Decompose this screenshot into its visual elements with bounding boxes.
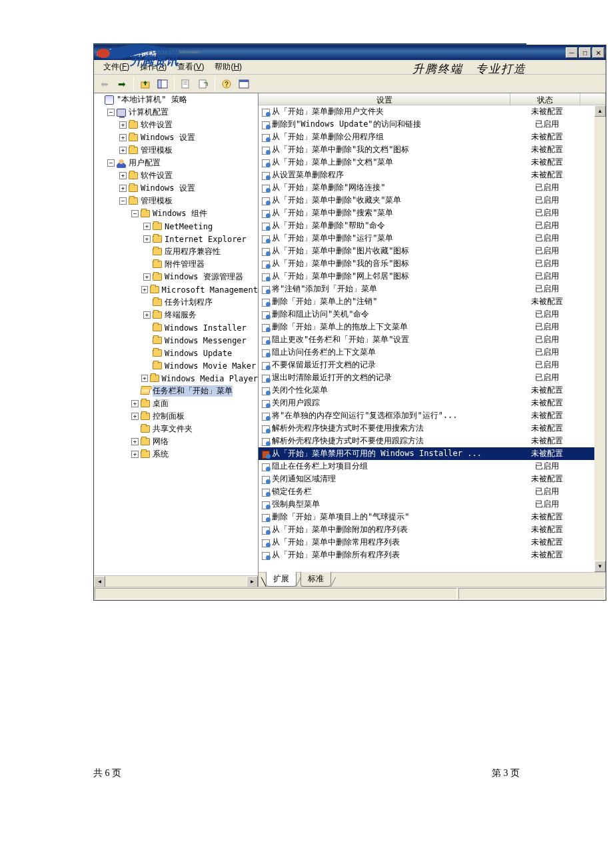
tree-expander[interactable]: + bbox=[143, 311, 151, 319]
setting-row[interactable]: 从「开始」菜单禁用不可用的 Windows Installer ...未被配置 bbox=[259, 447, 606, 460]
tree-item[interactable]: 附件管理器 bbox=[94, 258, 258, 271]
horizontal-scrollbar[interactable]: ◄ ► bbox=[94, 575, 258, 587]
tree-item[interactable]: −Windows 组件 bbox=[94, 207, 258, 220]
setting-row[interactable]: 解析外壳程序快捷方式时不要使用搜索方法未被配置 bbox=[259, 422, 606, 435]
setting-row[interactable]: 不要保留最近打开文档的记录已启用 bbox=[259, 359, 606, 371]
setting-row[interactable]: 删除「开始」菜单项目上的"气球提示"未被配置 bbox=[259, 511, 606, 523]
tree-item[interactable]: +终端服务 bbox=[94, 309, 258, 321]
setting-row[interactable]: 强制典型菜单已启用 bbox=[259, 498, 606, 511]
setting-row[interactable]: 删除和阻止访问"关机"命令已启用 bbox=[259, 308, 606, 321]
tree-item[interactable]: −计算机配置 bbox=[94, 106, 258, 119]
tree-expander[interactable]: + bbox=[143, 235, 151, 243]
setting-row[interactable]: 将"注销"添加到「开始」菜单已启用 bbox=[259, 283, 606, 295]
tree-item[interactable]: +Windows 设置 bbox=[94, 131, 258, 144]
tree-expander[interactable]: + bbox=[119, 172, 127, 179]
tree-expander[interactable]: + bbox=[131, 413, 139, 420]
properties-button[interactable] bbox=[178, 76, 194, 92]
setting-row[interactable]: 关闭通知区域清理未被配置 bbox=[259, 473, 606, 485]
vertical-scrollbar[interactable]: ▲ ▼ bbox=[594, 105, 606, 572]
tree-expander[interactable]: + bbox=[143, 273, 151, 281]
setting-row[interactable]: 解析外壳程序快捷方式时不要使用跟踪方法未被配置 bbox=[259, 435, 606, 447]
setting-row[interactable]: 从「开始」菜单中删除所有程序列表未被配置 bbox=[259, 549, 606, 561]
tree-expander[interactable]: + bbox=[119, 147, 127, 154]
setting-row[interactable]: 退出时清除最近打开的文档的记录已启用 bbox=[259, 371, 606, 384]
setting-row[interactable]: 删除「开始」菜单上的"注销"未被配置 bbox=[259, 295, 606, 308]
tree-item[interactable]: Windows Installer bbox=[94, 321, 258, 334]
tree-item[interactable]: Windows Messenger bbox=[94, 334, 258, 347]
setting-row[interactable]: 阻止更改"任务栏和「开始」菜单"设置已启用 bbox=[259, 333, 606, 346]
tree-expander[interactable]: + bbox=[131, 400, 139, 407]
export-button[interactable] bbox=[195, 76, 211, 92]
tree-expander[interactable]: + bbox=[141, 286, 149, 293]
close-button[interactable]: ✕ bbox=[592, 47, 604, 58]
tree-expander[interactable]: − bbox=[131, 210, 139, 217]
setting-row[interactable]: 从「开始」菜单中删除"图片收藏"图标已启用 bbox=[259, 245, 606, 257]
up-button[interactable] bbox=[137, 76, 153, 92]
show-hide-tree-button[interactable] bbox=[155, 76, 171, 92]
setting-row[interactable]: 从「开始」菜单中删除常用程序列表未被配置 bbox=[259, 536, 606, 549]
minimize-button[interactable]: ─ bbox=[566, 47, 578, 58]
setting-row[interactable]: 从「开始」菜单中删除"运行"菜单已启用 bbox=[259, 232, 606, 245]
setting-row[interactable]: 从「开始」菜单中删除附加的程序列表未被配置 bbox=[259, 523, 606, 536]
scroll-up-button[interactable]: ▲ bbox=[594, 105, 606, 117]
setting-row[interactable]: 阻止访问任务栏的上下文菜单已启用 bbox=[259, 346, 606, 359]
tree-item[interactable]: −用户配置 bbox=[94, 157, 258, 169]
help-button[interactable]: ? bbox=[219, 76, 235, 92]
tab-standard[interactable]: 标准 bbox=[301, 572, 331, 587]
tree-item[interactable]: +Windows Media Player bbox=[94, 372, 258, 385]
tree-item[interactable]: +桌面 bbox=[94, 397, 258, 410]
setting-row[interactable]: 关闭个性化菜单未被配置 bbox=[259, 384, 606, 397]
setting-row[interactable]: 从「开始」菜单中删除"网上邻居"图标已启用 bbox=[259, 270, 606, 283]
tab-extended[interactable]: 扩展 bbox=[266, 572, 297, 587]
filter-button[interactable] bbox=[236, 76, 252, 92]
setting-row[interactable]: 从「开始」菜单上删除"文档"菜单未被配置 bbox=[259, 156, 606, 169]
tree-item[interactable]: +控制面板 bbox=[94, 410, 258, 423]
tree-expander[interactable]: − bbox=[119, 197, 127, 205]
tree-item[interactable]: "本地计算机" 策略 bbox=[94, 93, 258, 106]
back-button[interactable]: ⬅ bbox=[97, 76, 113, 92]
scroll-left-button[interactable]: ◄ bbox=[94, 576, 105, 587]
setting-row[interactable]: 将"在单独的内存空间运行"复选框添加到"运行"...未被配置 bbox=[259, 409, 606, 422]
setting-row[interactable]: 从「开始」菜单中删除"我的音乐"图标已启用 bbox=[259, 257, 606, 270]
tree-expander[interactable]: − bbox=[107, 109, 115, 116]
tree-item[interactable]: Windows Update bbox=[94, 347, 258, 359]
tree-expander[interactable]: + bbox=[131, 438, 139, 445]
setting-row[interactable]: 从「开始」菜单中删除"搜索"菜单已启用 bbox=[259, 207, 606, 219]
tree-expander[interactable]: + bbox=[141, 375, 149, 382]
setting-row[interactable]: 从「开始」菜单中删除"我的文档"图标未被配置 bbox=[259, 143, 606, 156]
column-state[interactable]: 状态 bbox=[510, 93, 580, 105]
setting-row[interactable]: 锁定任务栏已启用 bbox=[259, 485, 606, 498]
tree-item[interactable]: +系统 bbox=[94, 448, 258, 461]
tree-item[interactable]: 共享文件夹 bbox=[94, 423, 258, 435]
setting-row[interactable]: 关闭用户跟踪未被配置 bbox=[259, 397, 606, 409]
column-setting[interactable]: 设置 bbox=[259, 93, 510, 105]
tree-expander[interactable]: + bbox=[119, 185, 127, 192]
setting-row[interactable]: 从设置菜单删除程序未被配置 bbox=[259, 169, 606, 181]
tree-item[interactable]: +软件设置 bbox=[94, 119, 258, 131]
tree-item[interactable]: +Windows 资源管理器 bbox=[94, 271, 258, 283]
setting-row[interactable]: 删除「开始」菜单上的拖放上下文菜单已启用 bbox=[259, 321, 606, 333]
tree-item[interactable]: 任务计划程序 bbox=[94, 296, 258, 309]
tree-item[interactable]: +NetMeeting bbox=[94, 220, 258, 233]
tree-expander[interactable]: + bbox=[119, 134, 127, 141]
setting-row[interactable]: 从「开始」菜单删除用户文件夹未被配置 bbox=[259, 105, 606, 118]
tree-item[interactable]: +Internet Explorer bbox=[94, 233, 258, 245]
tree-item[interactable]: 任务栏和「开始」菜单 bbox=[94, 385, 258, 397]
setting-row[interactable]: 从「开始」菜单删除"网络连接"已启用 bbox=[259, 181, 606, 194]
setting-row[interactable]: 阻止在任务栏上对项目分组已启用 bbox=[259, 460, 606, 473]
tree-item[interactable]: +Microsoft Management bbox=[94, 283, 258, 296]
maximize-button[interactable]: □ bbox=[579, 47, 591, 58]
tree-item[interactable]: +网络 bbox=[94, 435, 258, 448]
tree-item[interactable]: +软件设置 bbox=[94, 169, 258, 182]
tree-expander[interactable]: − bbox=[107, 159, 115, 167]
tree-item[interactable]: +管理模板 bbox=[94, 144, 258, 157]
scroll-down-button[interactable]: ▼ bbox=[594, 561, 606, 572]
setting-row[interactable]: 从「开始」菜单删除"帮助"命令已启用 bbox=[259, 219, 606, 232]
setting-row[interactable]: 从「开始」菜单中删除"收藏夹"菜单已启用 bbox=[259, 194, 606, 207]
tree-expander[interactable]: + bbox=[143, 223, 151, 230]
tree-item[interactable]: 应用程序兼容性 bbox=[94, 245, 258, 258]
setting-row[interactable]: 删除到"Windows Update"的访问和链接已启用 bbox=[259, 118, 606, 131]
tree-item[interactable]: +Windows 设置 bbox=[94, 182, 258, 195]
setting-row[interactable]: 从「开始」菜单删除公用程序组未被配置 bbox=[259, 131, 606, 143]
tree-item[interactable]: Windows Movie Maker bbox=[94, 359, 258, 372]
